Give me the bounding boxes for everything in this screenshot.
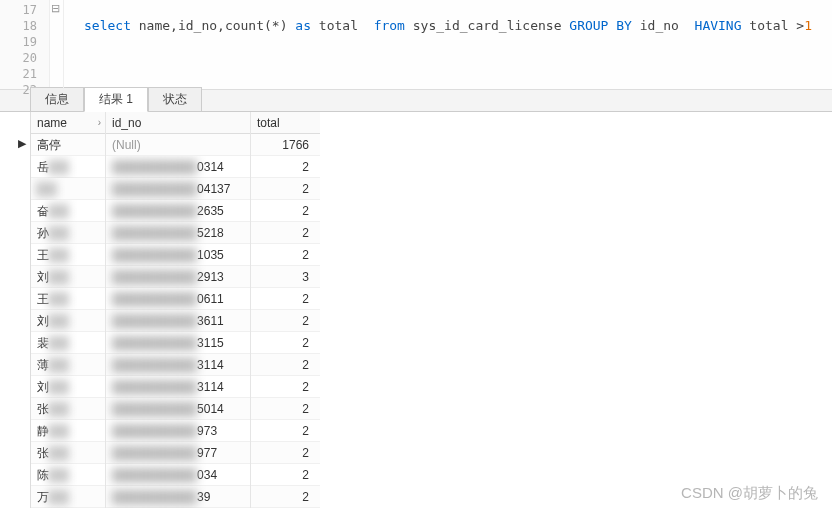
cell-id-no[interactable]: ██████████0314	[106, 156, 251, 178]
table-row[interactable]: 孙████████████52182	[31, 222, 320, 244]
table-row[interactable]: 静████████████9732	[31, 420, 320, 442]
cell-id-no[interactable]: ██████████39	[106, 486, 251, 508]
cell-total[interactable]: 2	[251, 420, 317, 442]
tab-result-1[interactable]: 结果 1	[84, 87, 148, 112]
cell-total[interactable]: 2	[251, 156, 317, 178]
watermark: CSDN @胡萝卜的兔	[681, 484, 818, 503]
table-row[interactable]: 裴████████████31152	[31, 332, 320, 354]
cell-name[interactable]: 高停	[31, 134, 106, 156]
tab-status[interactable]: 状态	[148, 87, 202, 111]
line-number: 17	[0, 2, 49, 18]
cell-name[interactable]: ██	[31, 178, 106, 200]
cell-name[interactable]: 王██	[31, 288, 106, 310]
table-row[interactable]: 张████████████9772	[31, 442, 320, 464]
cell-total[interactable]: 2	[251, 376, 317, 398]
column-header-name[interactable]: name	[31, 112, 106, 134]
table-row[interactable]: 万████████████392	[31, 486, 320, 508]
table-row[interactable]: ████████████041372	[31, 178, 320, 200]
line-number: 19	[0, 34, 49, 50]
tab-info[interactable]: 信息	[30, 87, 84, 111]
cell-name[interactable]: 陈██	[31, 464, 106, 486]
cell-total[interactable]: 3	[251, 266, 317, 288]
cell-id-no[interactable]: ██████████2913	[106, 266, 251, 288]
cell-name[interactable]: 岳██	[31, 156, 106, 178]
cell-id-no[interactable]: ██████████973	[106, 420, 251, 442]
sql-editor[interactable]: 17 18 19 20 21 22 select name,id_no,coun…	[0, 0, 832, 90]
cell-name[interactable]: 裴██	[31, 332, 106, 354]
cell-name[interactable]: 刘██	[31, 376, 106, 398]
line-number: 21	[0, 66, 49, 82]
grid-body[interactable]: ▶高停(Null)1766岳████████████03142█████████…	[31, 134, 320, 508]
line-gutter: 17 18 19 20 21 22	[0, 0, 50, 89]
cell-total[interactable]: 1766	[251, 134, 317, 156]
cell-id-no[interactable]: ██████████977	[106, 442, 251, 464]
cell-total[interactable]: 2	[251, 442, 317, 464]
cell-id-no[interactable]: ██████████3114	[106, 376, 251, 398]
cell-id-no[interactable]: ██████████3611	[106, 310, 251, 332]
result-grid[interactable]: name id_no total ▶高停(Null)1766岳█████████…	[30, 112, 320, 508]
table-row[interactable]: 薄████████████31142	[31, 354, 320, 376]
table-row[interactable]: 岳████████████03142	[31, 156, 320, 178]
cell-name[interactable]: 薄██	[31, 354, 106, 376]
cell-total[interactable]: 2	[251, 310, 317, 332]
column-header-id-no[interactable]: id_no	[106, 112, 251, 134]
table-row[interactable]: 王████████████10352	[31, 244, 320, 266]
cell-name[interactable]: 刘██	[31, 310, 106, 332]
table-row[interactable]: ▶高停(Null)1766	[31, 134, 320, 156]
line-number: 20	[0, 50, 49, 66]
cell-id-no[interactable]: ██████████034	[106, 464, 251, 486]
cell-total[interactable]: 2	[251, 354, 317, 376]
cell-id-no[interactable]: ██████████04137	[106, 178, 251, 200]
cell-id-no[interactable]: ██████████0611	[106, 288, 251, 310]
code-line[interactable]	[84, 66, 832, 82]
code-line[interactable]	[84, 34, 832, 50]
cell-id-no[interactable]: ██████████5014	[106, 398, 251, 420]
table-row[interactable]: 刘████████████31142	[31, 376, 320, 398]
cell-name[interactable]: 奋██	[31, 200, 106, 222]
table-row[interactable]: 张████████████50142	[31, 398, 320, 420]
cell-name[interactable]: 静██	[31, 420, 106, 442]
cell-total[interactable]: 2	[251, 222, 317, 244]
cell-total[interactable]: 2	[251, 332, 317, 354]
cell-name[interactable]: 孙██	[31, 222, 106, 244]
table-row[interactable]: 刘████████████36112	[31, 310, 320, 332]
cell-name[interactable]: 张██	[31, 442, 106, 464]
cell-id-no[interactable]: ██████████3114	[106, 354, 251, 376]
table-row[interactable]: 刘████████████29133	[31, 266, 320, 288]
cell-name[interactable]: 王██	[31, 244, 106, 266]
cell-id-no[interactable]: ██████████1035	[106, 244, 251, 266]
line-number: 18	[0, 18, 49, 34]
column-header-total[interactable]: total	[251, 112, 317, 134]
table-row[interactable]: 陈████████████0342	[31, 464, 320, 486]
code-line[interactable]: select name,id_no,count(*) as total from…	[84, 18, 832, 34]
grid-header-row: name id_no total	[31, 112, 320, 134]
table-row[interactable]: 奋████████████26352	[31, 200, 320, 222]
code-line[interactable]	[84, 50, 832, 66]
cell-total[interactable]: 2	[251, 486, 317, 508]
current-row-marker-icon: ▶	[18, 137, 26, 150]
cell-total[interactable]: 2	[251, 464, 317, 486]
cell-id-no[interactable]: ██████████3115	[106, 332, 251, 354]
cell-id-no[interactable]: (Null)	[106, 134, 251, 156]
table-row[interactable]: 王████████████06112	[31, 288, 320, 310]
cell-total[interactable]: 2	[251, 200, 317, 222]
cell-total[interactable]: 2	[251, 178, 317, 200]
fold-bar[interactable]	[50, 0, 64, 89]
cell-name[interactable]: 刘██	[31, 266, 106, 288]
cell-total[interactable]: 2	[251, 398, 317, 420]
cell-name[interactable]: 万██	[31, 486, 106, 508]
code-body[interactable]: select name,id_no,count(*) as total from…	[64, 0, 832, 89]
cell-name[interactable]: 张██	[31, 398, 106, 420]
cell-id-no[interactable]: ██████████5218	[106, 222, 251, 244]
code-line[interactable]	[84, 2, 832, 18]
cell-total[interactable]: 2	[251, 288, 317, 310]
cell-id-no[interactable]: ██████████2635	[106, 200, 251, 222]
cell-total[interactable]: 2	[251, 244, 317, 266]
